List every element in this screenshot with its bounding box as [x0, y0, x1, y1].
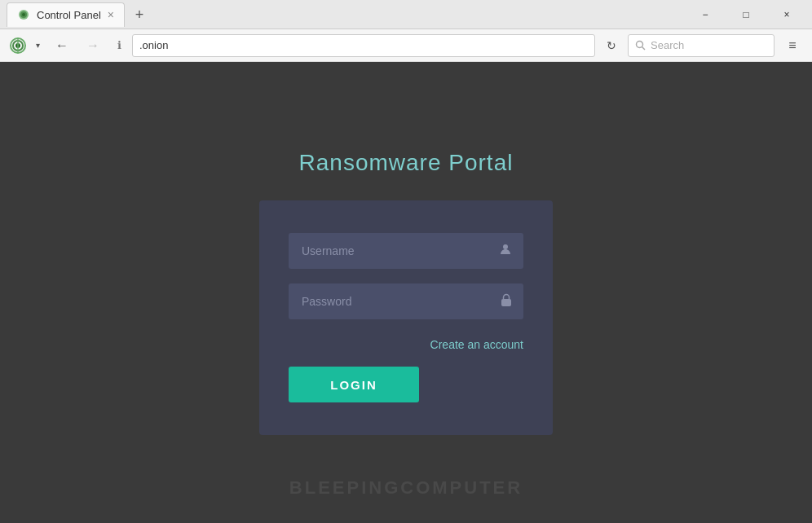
- svg-line-8: [642, 47, 646, 51]
- back-button[interactable]: ←: [49, 33, 75, 59]
- login-card: Create an account LOGIN: [259, 200, 553, 435]
- refresh-button[interactable]: ↻: [600, 34, 623, 57]
- tor-icon[interactable]: [7, 34, 29, 57]
- window-controls: − □ ×: [686, 2, 805, 27]
- svg-rect-10: [501, 299, 511, 306]
- page-content: Ransomware Portal: [0, 62, 812, 523]
- username-input-group: [289, 233, 523, 269]
- user-icon: [499, 243, 512, 259]
- lock-icon: [501, 293, 512, 310]
- browser-tab[interactable]: Control Panel ×: [7, 2, 125, 27]
- forward-button[interactable]: →: [80, 33, 106, 59]
- nav-bar: ▾ ← → ℹ .onion ↻ Search ≡: [0, 29, 812, 62]
- page-title-part2: Portal: [442, 150, 514, 175]
- create-account-link[interactable]: Create an account: [430, 338, 523, 351]
- search-placeholder-text: Search: [651, 39, 684, 51]
- page-title: Ransomware Portal: [299, 150, 514, 176]
- watermark: BLEEPINGCOMPUTER: [289, 477, 523, 499]
- watermark-part1: BLEEPING: [289, 477, 400, 498]
- tab-title: Control Panel: [37, 9, 101, 21]
- watermark-part2: COMPUTER: [400, 477, 523, 498]
- svg-point-7: [637, 42, 643, 48]
- password-input-group: [289, 283, 523, 319]
- tor-dropdown-button[interactable]: ▾: [31, 39, 44, 52]
- tor-logo-icon: [8, 36, 28, 55]
- login-button[interactable]: LOGIN: [289, 367, 419, 402]
- tab-favicon: [17, 8, 30, 21]
- tab-area: Control Panel × +: [7, 2, 686, 27]
- info-button[interactable]: ℹ: [111, 37, 127, 54]
- url-text: .onion: [139, 39, 168, 51]
- username-input[interactable]: [289, 233, 523, 269]
- browser-menu-button[interactable]: ≡: [779, 33, 805, 59]
- maximize-button[interactable]: □: [727, 2, 765, 27]
- svg-point-2: [22, 13, 25, 16]
- title-bar: Control Panel × + − □ ×: [0, 0, 812, 29]
- tab-close-button[interactable]: ×: [108, 9, 114, 20]
- search-bar[interactable]: Search: [628, 34, 774, 57]
- password-input[interactable]: [289, 283, 523, 319]
- page-title-part1: Ransomware: [299, 150, 442, 175]
- address-bar[interactable]: .onion: [132, 34, 595, 57]
- search-icon: [635, 40, 646, 51]
- close-button[interactable]: ×: [768, 2, 805, 27]
- window-frame: Control Panel × + − □ × ▾ ← →: [0, 0, 812, 523]
- create-account-link-container: Create an account: [289, 337, 523, 352]
- minimize-button[interactable]: −: [686, 2, 724, 27]
- new-tab-button[interactable]: +: [128, 4, 151, 27]
- svg-point-9: [503, 244, 508, 249]
